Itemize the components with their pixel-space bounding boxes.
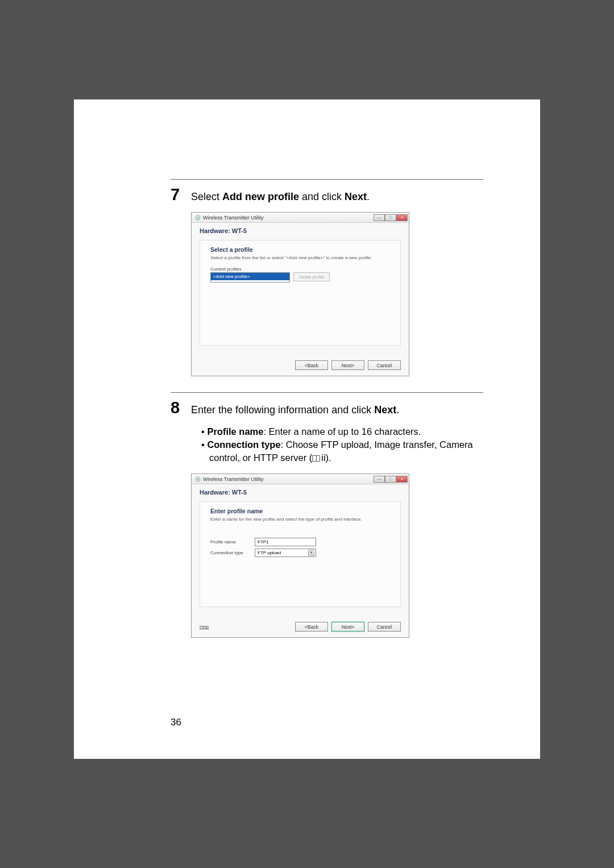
profiles-listbox[interactable]: <Add new profile> (210, 272, 290, 283)
divider (171, 392, 483, 393)
hardware-label: Hardware: WT-5 (200, 489, 401, 496)
title-text: Wireless Transmitter Utility (203, 476, 264, 482)
step-number: 7 (171, 185, 183, 204)
button-group: <Back Next> Cancel (295, 622, 401, 632)
step-number: 8 (171, 398, 183, 417)
panel-description: Enter a name for the new profile and sel… (210, 517, 390, 522)
bullet-label: Profile name (207, 426, 263, 437)
hardware-label: Hardware: WT-5 (200, 227, 401, 234)
document-page: 7 Select Add new profile and click Next.… (74, 99, 540, 759)
bullet-item: • Profile name: Enter a name of up to 16… (201, 425, 483, 438)
svg-point-3 (197, 478, 199, 480)
app-icon (195, 215, 201, 221)
content-panel: Select a profile Select a profile from t… (200, 240, 401, 346)
svg-point-1 (197, 217, 199, 218)
profile-name-input[interactable]: FTP1 (255, 538, 316, 546)
text: . (396, 404, 399, 416)
listbox-selected-item[interactable]: <Add new profile> (211, 273, 289, 280)
current-profiles-label: Current profiles (210, 267, 390, 272)
title-text: Wireless Transmitter Utility (203, 215, 264, 221)
maximize-button[interactable]: □ (385, 476, 396, 483)
back-button[interactable]: <Back (295, 622, 328, 632)
next-button[interactable]: Next> (331, 622, 364, 632)
step-text: Enter the following information and clic… (191, 404, 399, 417)
dialog-body: Hardware: WT-5 Enter profile name Enter … (192, 484, 409, 616)
input-value: FTP1 (258, 539, 269, 545)
text: Enter the following information and clic… (191, 404, 374, 416)
bullet-ref: ii). (321, 452, 331, 463)
dialog-button-row: Help <Back Next> Cancel (192, 616, 409, 637)
close-button[interactable]: × (396, 214, 408, 221)
window-controls: — □ × (374, 476, 408, 483)
divider (171, 179, 483, 180)
cancel-button[interactable]: Cancel (368, 360, 401, 370)
back-button[interactable]: <Back (295, 360, 328, 370)
dialog-button-row: <Back Next> Cancel (192, 355, 409, 376)
cancel-button[interactable]: Cancel (368, 622, 401, 632)
select-value: FTP upload (258, 550, 281, 555)
dialog-title: Wireless Transmitter Utility (195, 215, 264, 221)
maximize-button[interactable]: □ (385, 214, 396, 221)
chevron-down-icon: ▼ (308, 550, 314, 556)
connection-type-select[interactable]: FTP upload ▼ (255, 549, 316, 557)
enter-profile-name-dialog: Wireless Transmitter Utility — □ × Hardw… (191, 474, 409, 638)
page-number: 36 (171, 717, 181, 728)
panel-heading: Select a profile (210, 246, 390, 253)
app-icon (195, 476, 201, 482)
window-controls: — □ × (374, 214, 408, 221)
step-8-heading: 8 Enter the following information and cl… (171, 398, 483, 417)
profile-name-row: Profile name FTP1 (210, 538, 390, 546)
dialog-body: Hardware: WT-5 Select a profile Select a… (192, 223, 409, 355)
text: and click (299, 191, 345, 202)
bullet-label: Connection type (207, 439, 280, 450)
help-link[interactable]: Help (200, 624, 209, 629)
profiles-row: <Add new profile> Delete profile (210, 272, 390, 283)
text-bold: Next (345, 191, 367, 202)
text: Select (191, 191, 222, 202)
dialog-titlebar: Wireless Transmitter Utility — □ × (192, 474, 409, 484)
close-button[interactable]: × (396, 476, 408, 483)
dialog-title: Wireless Transmitter Utility (195, 476, 264, 482)
minimize-button[interactable]: — (374, 214, 385, 221)
text-bold: Next (374, 404, 396, 416)
minimize-button[interactable]: — (374, 476, 385, 483)
dialog-2-wrapper: Wireless Transmitter Utility — □ × Hardw… (191, 474, 483, 638)
bullet-item: • Connection type: Choose FTP upload, Im… (201, 438, 483, 464)
content-panel: Enter profile name Enter a name for the … (200, 501, 401, 607)
step-7-heading: 7 Select Add new profile and click Next. (171, 185, 483, 204)
bullet-text: : Enter a name of up to 16 characters. (263, 426, 421, 437)
next-button[interactable]: Next> (331, 360, 364, 370)
panel-heading: Enter profile name (210, 508, 390, 514)
book-icon (312, 455, 320, 462)
connection-type-row: Connection type FTP upload ▼ (210, 549, 390, 557)
bullet-list: • Profile name: Enter a name of up to 16… (201, 425, 483, 464)
form-section: Profile name FTP1 Connection type FTP up… (210, 529, 390, 557)
profile-name-label: Profile name (210, 539, 250, 545)
text: . (367, 191, 370, 202)
panel-description: Select a profile from the list or select… (210, 255, 390, 261)
dialog-1-wrapper: Wireless Transmitter Utility — □ × Hardw… (191, 212, 483, 376)
dialog-titlebar: Wireless Transmitter Utility — □ × (192, 213, 409, 223)
select-profile-dialog: Wireless Transmitter Utility — □ × Hardw… (191, 212, 409, 376)
step-text: Select Add new profile and click Next. (191, 190, 370, 203)
delete-profile-button[interactable]: Delete profile (293, 272, 330, 281)
connection-type-label: Connection type (210, 550, 250, 555)
text-bold: Add new profile (222, 191, 299, 202)
